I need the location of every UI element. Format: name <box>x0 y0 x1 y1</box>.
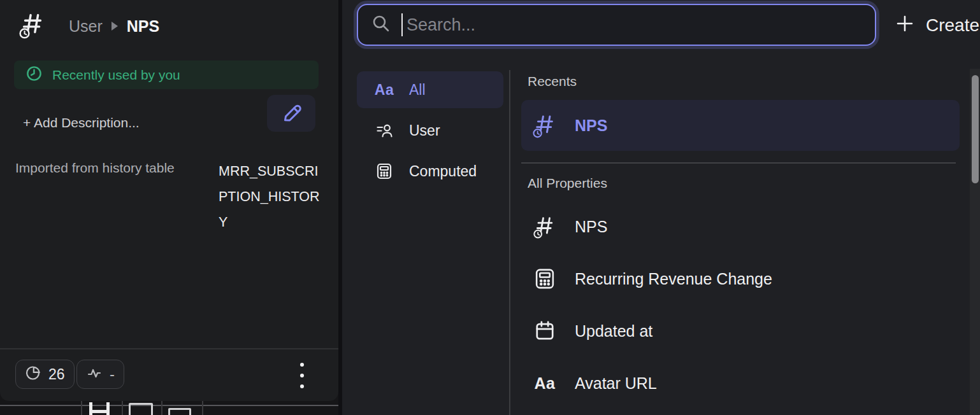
scrollbar-track[interactable] <box>970 69 980 415</box>
breadcrumb-current: NPS <box>127 17 159 36</box>
filter-label: All <box>409 81 426 99</box>
filter-item-user[interactable]: User <box>357 112 503 149</box>
results-section-divider <box>521 162 956 164</box>
column-separator <box>161 401 162 415</box>
breadcrumb: User NPS <box>69 17 159 36</box>
text-aa-icon: Aa <box>373 81 395 99</box>
number-history-icon <box>530 112 559 139</box>
property-item-label: Avatar URL <box>575 374 657 393</box>
text-cursor <box>401 13 403 36</box>
section-header-recents: Recents <box>528 74 577 89</box>
search-icon <box>371 13 391 36</box>
create-button-label: Create <box>926 15 979 36</box>
trend-button[interactable]: - <box>76 360 124 389</box>
recent-item-label: NPS <box>575 116 607 135</box>
number-history-icon <box>530 214 559 239</box>
recent-item-nps[interactable]: NPS <box>521 100 960 151</box>
filter-item-all[interactable]: Aa All <box>357 71 503 108</box>
property-item-avatar-url[interactable]: Aa Avatar URL <box>521 359 960 407</box>
number-history-icon <box>18 10 47 42</box>
property-item-recurring-revenue-change[interactable]: Recurring Revenue Change <box>521 255 960 303</box>
create-button[interactable]: Create <box>895 0 979 51</box>
activity-icon <box>86 365 103 384</box>
filter-list: Aa All User Co <box>357 71 503 193</box>
column-separator <box>122 401 123 415</box>
calculator-icon <box>373 162 395 180</box>
background-column-icon <box>168 408 191 415</box>
footer-divider <box>0 348 338 349</box>
property-item-label: NPS <box>575 218 607 236</box>
recently-used-badge: Recently used by you <box>14 60 319 89</box>
more-options-button[interactable] <box>298 360 306 391</box>
filter-label: User <box>409 122 440 139</box>
pencil-icon <box>280 101 303 126</box>
calculator-icon <box>530 267 559 290</box>
property-item-nps[interactable]: NPS <box>521 202 960 251</box>
property-search-modal: Create Aa All User <box>342 0 980 415</box>
property-item-updated-at[interactable]: Updated at <box>521 307 960 355</box>
panel-header: User NPS <box>18 10 159 42</box>
breadcrumb-parent[interactable]: User <box>69 17 103 36</box>
scrollbar-thumb[interactable] <box>972 75 979 183</box>
kebab-dot <box>300 363 304 367</box>
edit-button[interactable] <box>267 95 315 132</box>
property-item-label: Recurring Revenue Change <box>575 270 772 288</box>
chevron-right-icon <box>112 22 118 31</box>
search-input[interactable] <box>407 15 862 35</box>
background-table-line <box>0 405 338 406</box>
column-separator <box>202 401 203 415</box>
filter-item-computed[interactable]: Computed <box>357 153 503 190</box>
import-source-value: MRR_SUBSCRIPTION_HISTORY <box>219 158 322 235</box>
property-item-label: Updated at <box>575 322 652 341</box>
text-aa-icon: Aa <box>530 374 559 393</box>
record-count-button[interactable]: 26 <box>15 360 75 389</box>
property-detail-panel: User NPS Recently used by you + Add Desc… <box>0 0 338 401</box>
results-divider-vertical <box>509 70 510 415</box>
section-header-all-properties: All Properties <box>528 176 607 191</box>
background-column-icon <box>129 403 153 415</box>
search-bar[interactable] <box>357 4 876 46</box>
plus-icon <box>895 14 914 38</box>
recently-used-label: Recently used by you <box>52 67 180 83</box>
pie-chart-icon <box>25 365 41 384</box>
import-source-label: Imported from history table <box>15 160 175 176</box>
kebab-dot <box>300 374 304 377</box>
clock-icon <box>25 65 43 85</box>
column-separator <box>81 401 82 415</box>
user-list-icon <box>373 122 395 139</box>
record-count-value: 26 <box>48 366 65 383</box>
calendar-icon <box>530 320 559 342</box>
trend-value: - <box>110 365 115 383</box>
add-description-button[interactable]: + Add Description... <box>23 115 140 130</box>
filter-label: Computed <box>409 163 477 180</box>
kebab-dot <box>300 384 304 388</box>
